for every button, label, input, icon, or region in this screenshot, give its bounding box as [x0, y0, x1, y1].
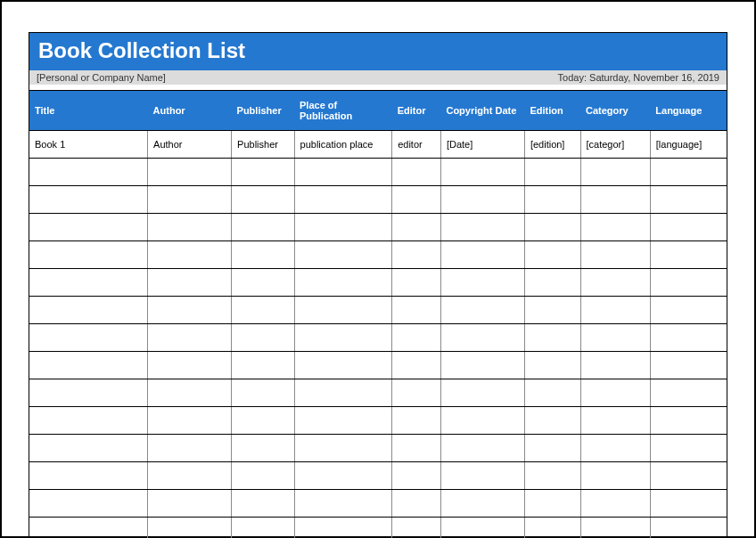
cell-place[interactable] [294, 352, 392, 379]
cell-place[interactable] [294, 490, 392, 518]
cell-copyright[interactable] [440, 159, 524, 186]
cell-title[interactable] [29, 435, 148, 462]
cell-language[interactable] [650, 462, 727, 490]
cell-copyright[interactable] [440, 324, 524, 352]
cell-editor[interactable] [392, 159, 441, 186]
cell-publisher[interactable] [232, 462, 294, 490]
cell-language[interactable] [650, 241, 727, 269]
cell-title[interactable] [29, 518, 148, 539]
cell-publisher[interactable] [232, 379, 294, 407]
cell-title[interactable] [29, 379, 148, 407]
cell-title[interactable]: Book 1 [29, 131, 148, 159]
cell-publisher[interactable] [232, 490, 294, 518]
col-header-category[interactable]: Category [580, 91, 650, 131]
cell-publisher[interactable]: Publisher [232, 131, 294, 159]
cell-edition[interactable] [524, 435, 580, 462]
cell-edition[interactable] [524, 407, 580, 435]
cell-category[interactable] [580, 324, 650, 352]
cell-publisher[interactable] [232, 241, 294, 269]
cell-edition[interactable] [524, 462, 580, 490]
cell-editor[interactable] [392, 407, 441, 435]
cell-category[interactable] [580, 407, 650, 435]
cell-title[interactable] [29, 324, 148, 352]
cell-language[interactable] [650, 269, 727, 297]
cell-author[interactable] [148, 241, 232, 269]
cell-edition[interactable] [524, 518, 580, 539]
cell-title[interactable] [29, 462, 148, 490]
cell-language[interactable] [650, 407, 727, 435]
cell-publisher[interactable] [232, 269, 294, 297]
cell-copyright[interactable] [440, 407, 524, 435]
cell-copyright[interactable] [440, 186, 524, 214]
cell-edition[interactable]: [edition] [524, 131, 580, 159]
cell-category[interactable] [580, 352, 650, 379]
cell-title[interactable] [29, 352, 148, 379]
col-header-author[interactable]: Author [148, 91, 232, 131]
cell-language[interactable] [650, 186, 727, 214]
cell-category[interactable] [580, 186, 650, 214]
cell-language[interactable] [650, 214, 727, 241]
cell-category[interactable] [580, 241, 650, 269]
cell-copyright[interactable] [440, 490, 524, 518]
cell-editor[interactable] [392, 490, 441, 518]
cell-place[interactable] [294, 186, 392, 214]
cell-language[interactable] [650, 435, 727, 462]
cell-publisher[interactable] [232, 159, 294, 186]
cell-copyright[interactable]: [Date] [440, 131, 524, 159]
cell-editor[interactable]: editor [392, 131, 441, 159]
cell-category[interactable]: [categor] [580, 131, 650, 159]
cell-category[interactable] [580, 490, 650, 518]
cell-editor[interactable] [392, 241, 441, 269]
col-header-edition[interactable]: Edition [524, 91, 580, 131]
cell-category[interactable] [580, 214, 650, 241]
cell-place[interactable] [294, 518, 392, 539]
cell-language[interactable] [650, 297, 727, 324]
cell-language[interactable]: [language] [650, 131, 727, 159]
cell-publisher[interactable] [232, 352, 294, 379]
cell-place[interactable] [294, 379, 392, 407]
cell-place[interactable] [294, 435, 392, 462]
cell-editor[interactable] [392, 462, 441, 490]
cell-author[interactable] [148, 407, 232, 435]
cell-copyright[interactable] [440, 241, 524, 269]
cell-author[interactable] [148, 159, 232, 186]
cell-copyright[interactable] [440, 435, 524, 462]
cell-place[interactable] [294, 269, 392, 297]
cell-copyright[interactable] [440, 297, 524, 324]
cell-editor[interactable] [392, 186, 441, 214]
cell-publisher[interactable] [232, 324, 294, 352]
col-header-title[interactable]: Title [29, 91, 148, 131]
cell-category[interactable] [580, 297, 650, 324]
cell-author[interactable] [148, 324, 232, 352]
cell-title[interactable] [29, 490, 148, 518]
cell-category[interactable] [580, 269, 650, 297]
cell-author[interactable] [148, 462, 232, 490]
cell-title[interactable] [29, 241, 148, 269]
cell-editor[interactable] [392, 518, 441, 539]
cell-language[interactable] [650, 159, 727, 186]
cell-language[interactable] [650, 352, 727, 379]
cell-place[interactable]: publication place [294, 131, 392, 159]
cell-author[interactable] [148, 214, 232, 241]
cell-language[interactable] [650, 379, 727, 407]
col-header-copyright[interactable]: Copyright Date [440, 91, 524, 131]
cell-publisher[interactable] [232, 407, 294, 435]
cell-title[interactable] [29, 269, 148, 297]
cell-title[interactable] [29, 159, 148, 186]
cell-author[interactable] [148, 352, 232, 379]
cell-copyright[interactable] [440, 269, 524, 297]
cell-language[interactable] [650, 518, 727, 539]
cell-copyright[interactable] [440, 352, 524, 379]
cell-category[interactable] [580, 435, 650, 462]
cell-title[interactable] [29, 214, 148, 241]
cell-place[interactable] [294, 324, 392, 352]
cell-copyright[interactable] [440, 518, 524, 539]
cell-edition[interactable] [524, 297, 580, 324]
cell-title[interactable] [29, 407, 148, 435]
cell-edition[interactable] [524, 324, 580, 352]
cell-editor[interactable] [392, 269, 441, 297]
cell-edition[interactable] [524, 269, 580, 297]
cell-editor[interactable] [392, 379, 441, 407]
cell-author[interactable] [148, 490, 232, 518]
cell-author[interactable] [148, 379, 232, 407]
